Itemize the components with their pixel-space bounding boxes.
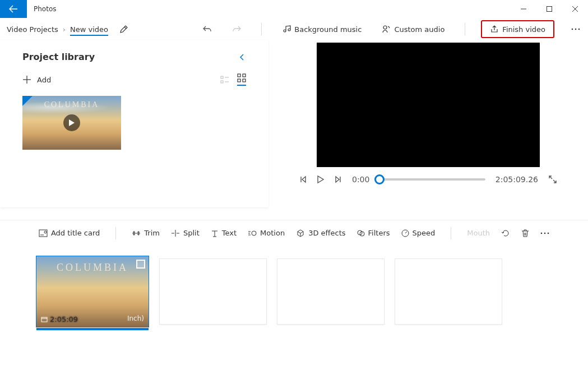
current-time: 0:00 bbox=[352, 175, 369, 184]
library-clip[interactable]: COLUMBIA bbox=[22, 96, 121, 150]
grid-icon bbox=[237, 73, 246, 82]
more-toolbar-button[interactable] bbox=[540, 232, 549, 234]
title-card-icon bbox=[39, 229, 48, 237]
svg-rect-14 bbox=[238, 74, 240, 77]
ellipsis-icon bbox=[571, 28, 580, 30]
split-icon bbox=[171, 229, 180, 237]
svg-rect-1 bbox=[547, 7, 552, 12]
player-controls: 0:00 2:05:09.26 bbox=[299, 175, 557, 184]
separator bbox=[261, 23, 262, 35]
filters-button[interactable]: Filters bbox=[357, 229, 390, 237]
storyboard-empty-slot[interactable] bbox=[395, 258, 502, 325]
ellipsis-icon bbox=[540, 232, 549, 234]
svg-rect-16 bbox=[238, 79, 240, 82]
delete-button[interactable] bbox=[521, 229, 529, 238]
total-time: 2:05:09.26 bbox=[496, 175, 538, 184]
separator bbox=[115, 227, 116, 239]
finish-video-button[interactable]: Finish video bbox=[481, 20, 554, 38]
trim-icon bbox=[132, 229, 141, 237]
project-library-panel: Project library Add COLUMBIA bbox=[0, 40, 268, 207]
svg-point-20 bbox=[44, 231, 47, 233]
mouth-button: Mouth bbox=[467, 229, 490, 237]
custom-audio-button[interactable]: Custom audio bbox=[377, 21, 449, 37]
fullscreen-button[interactable] bbox=[548, 175, 557, 184]
storyboard-empty-slot[interactable] bbox=[277, 258, 385, 325]
svg-rect-17 bbox=[243, 79, 246, 82]
close-button[interactable] bbox=[562, 0, 588, 18]
3d-effects-button[interactable]: 3D effects bbox=[296, 229, 345, 237]
speed-button[interactable]: Speed bbox=[401, 229, 436, 237]
svg-point-32 bbox=[541, 232, 543, 234]
text-button[interactable]: Text bbox=[211, 229, 237, 237]
app-title: Photos bbox=[34, 5, 56, 13]
maximize-button[interactable] bbox=[536, 0, 562, 18]
view-grid-button[interactable] bbox=[237, 73, 246, 86]
minimize-button[interactable] bbox=[511, 0, 536, 18]
storyboard-clip[interactable]: COLUMBIA 2:05:09 Inch) bbox=[36, 256, 149, 327]
plus-icon bbox=[22, 75, 31, 84]
motion-icon bbox=[248, 229, 257, 237]
play-icon bbox=[63, 114, 80, 131]
add-title-card-button[interactable]: Add title card bbox=[39, 229, 100, 237]
export-icon bbox=[490, 25, 499, 34]
rename-button[interactable] bbox=[119, 25, 128, 34]
split-button[interactable]: Split bbox=[171, 229, 200, 237]
next-frame-button[interactable] bbox=[334, 175, 342, 183]
list-icon bbox=[220, 75, 229, 84]
breadcrumb-current[interactable]: New video bbox=[70, 25, 108, 36]
motion-button[interactable]: Motion bbox=[248, 229, 285, 237]
previous-frame-button[interactable] bbox=[299, 175, 307, 183]
svg-rect-10 bbox=[221, 76, 223, 78]
svg-point-6 bbox=[575, 29, 577, 30]
music-icon bbox=[282, 25, 291, 34]
separator bbox=[465, 23, 465, 35]
seek-handle[interactable] bbox=[374, 174, 385, 184]
svg-point-5 bbox=[572, 29, 573, 30]
header: Video Projects › New video Background mu… bbox=[0, 18, 588, 40]
speed-icon bbox=[401, 229, 409, 237]
clip-progress-bar bbox=[36, 328, 149, 330]
add-media-button[interactable]: Add bbox=[22, 75, 51, 84]
seek-bar[interactable] bbox=[379, 178, 485, 181]
storyboard: COLUMBIA 2:05:09 Inch) bbox=[0, 246, 588, 338]
redo-button[interactable] bbox=[228, 21, 246, 37]
svg-point-7 bbox=[578, 29, 580, 30]
preview-panel: 0:00 2:05:09.26 bbox=[268, 40, 588, 207]
rotate-icon bbox=[501, 229, 510, 238]
svg-rect-11 bbox=[221, 81, 223, 83]
trash-icon bbox=[521, 229, 529, 238]
breadcrumb: Video Projects › New video bbox=[7, 23, 108, 36]
clip-checkbox[interactable] bbox=[136, 260, 145, 269]
play-button[interactable] bbox=[317, 175, 324, 183]
svg-point-25 bbox=[252, 231, 256, 235]
collapse-library-button[interactable] bbox=[238, 53, 246, 61]
edit-toolbar: Add title card Trim Split Text Motion 3D… bbox=[0, 220, 588, 246]
storyboard-empty-slot[interactable] bbox=[159, 258, 267, 325]
trim-button[interactable]: Trim bbox=[132, 229, 160, 237]
chevron-right-icon: › bbox=[63, 25, 66, 34]
background-music-button[interactable]: Background music bbox=[277, 21, 366, 37]
clip-duration[interactable]: 2:05:09 bbox=[41, 315, 78, 324]
breadcrumb-root[interactable]: Video Projects bbox=[7, 25, 58, 34]
audio-icon bbox=[382, 25, 391, 34]
more-button[interactable] bbox=[566, 25, 581, 34]
svg-rect-15 bbox=[243, 74, 246, 77]
back-button[interactable] bbox=[0, 0, 27, 18]
undo-button[interactable] bbox=[198, 21, 216, 37]
svg-point-34 bbox=[548, 232, 549, 234]
svg-rect-35 bbox=[41, 317, 47, 322]
view-list-button[interactable] bbox=[220, 75, 229, 84]
preview-video[interactable] bbox=[317, 43, 540, 167]
3d-icon bbox=[296, 229, 305, 237]
title-bar: Photos bbox=[0, 0, 588, 18]
separator bbox=[451, 227, 451, 239]
rotate-button[interactable] bbox=[501, 229, 510, 238]
text-icon bbox=[211, 229, 219, 237]
svg-point-4 bbox=[383, 26, 387, 29]
filters-icon bbox=[357, 229, 365, 237]
duration-icon bbox=[41, 316, 48, 323]
library-title: Project library bbox=[22, 52, 95, 62]
svg-point-33 bbox=[544, 232, 546, 234]
clip-note: Inch) bbox=[127, 315, 144, 322]
